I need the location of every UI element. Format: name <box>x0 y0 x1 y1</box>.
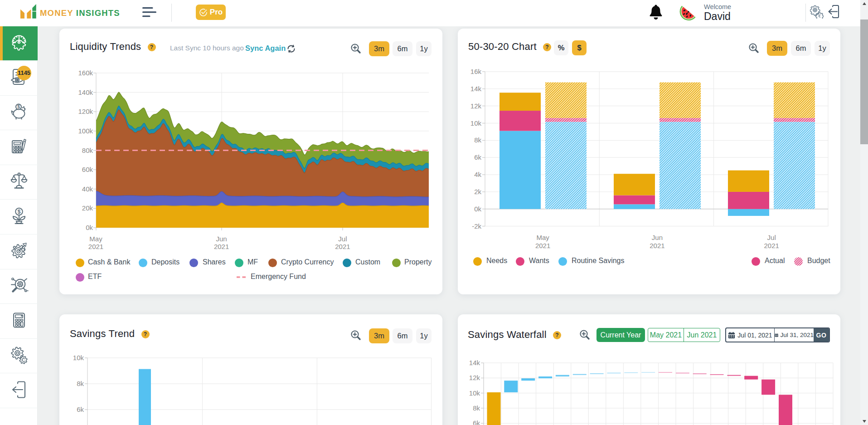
svg-text:4k: 4k <box>474 171 481 178</box>
svg-text:$: $ <box>17 105 20 110</box>
svg-text:Jul: Jul <box>767 234 776 241</box>
svg-text:40k: 40k <box>82 185 93 193</box>
svg-text:10k: 10k <box>469 389 480 397</box>
svg-text:May: May <box>89 235 102 243</box>
svg-text:2021: 2021 <box>650 242 664 249</box>
svg-text:12k: 12k <box>470 102 482 110</box>
svg-text:0k: 0k <box>86 224 93 231</box>
svg-text:$: $ <box>17 209 20 215</box>
svg-text:Jun: Jun <box>216 235 227 243</box>
svg-text:60k: 60k <box>82 166 93 173</box>
svg-text:14k: 14k <box>469 359 480 366</box>
svg-text:8k: 8k <box>473 404 480 412</box>
svg-text:-2k: -2k <box>472 222 481 230</box>
svg-text:16k: 16k <box>470 68 482 75</box>
svg-text:10k: 10k <box>470 119 482 127</box>
svg-text:2021: 2021 <box>335 243 350 250</box>
svg-text:8k: 8k <box>474 136 481 144</box>
svg-text:0k: 0k <box>474 205 481 213</box>
svg-text:20k: 20k <box>82 204 93 212</box>
svg-text:May: May <box>536 234 549 241</box>
svg-text:8k: 8k <box>77 380 84 387</box>
svg-text:80k: 80k <box>82 147 93 154</box>
svg-text:140k: 140k <box>78 88 93 96</box>
svg-text:120k: 120k <box>78 107 93 115</box>
svg-text:14k: 14k <box>470 85 482 93</box>
svg-text:12k: 12k <box>469 374 480 381</box>
svg-text:2021: 2021 <box>214 243 229 250</box>
svg-text:Jul: Jul <box>338 235 347 243</box>
svg-text:2021: 2021 <box>88 243 103 250</box>
svg-text:6k: 6k <box>474 153 481 161</box>
svg-text:2k: 2k <box>474 188 481 195</box>
svg-text:100k: 100k <box>78 127 93 135</box>
svg-text:10k: 10k <box>73 354 84 361</box>
svg-text:160k: 160k <box>78 69 93 77</box>
svg-text:6k: 6k <box>473 419 480 425</box>
svg-text:2021: 2021 <box>535 242 550 249</box>
svg-text:2021: 2021 <box>764 242 779 249</box>
svg-text:6k: 6k <box>77 405 84 413</box>
svg-text:Jun: Jun <box>652 234 663 241</box>
